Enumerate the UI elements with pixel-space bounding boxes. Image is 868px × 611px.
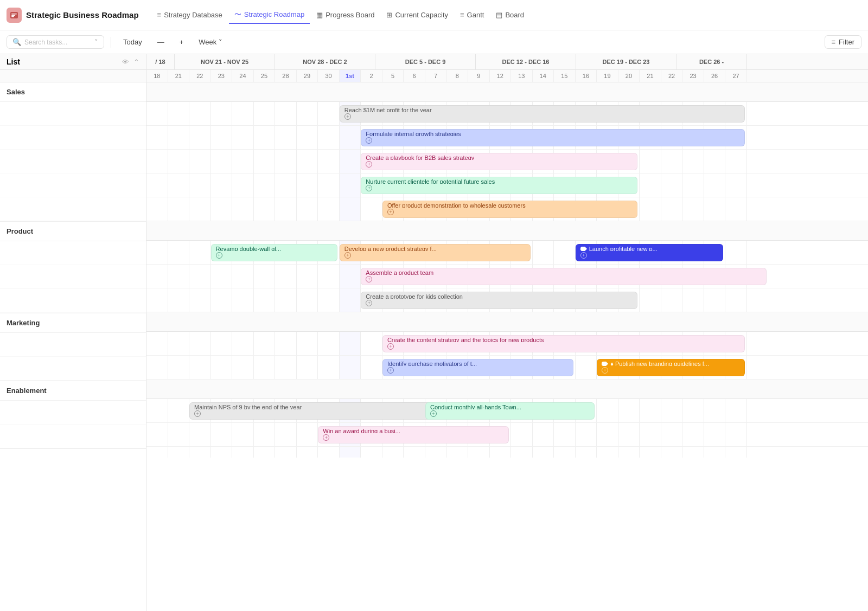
bar-add-bar4[interactable]: +: [366, 185, 372, 191]
day-number-21: 19: [597, 70, 618, 82]
tab-strategy-database[interactable]: ≡ Strategy Database: [152, 8, 228, 22]
label-row-enablement-1: [0, 425, 146, 448]
bar-bar7[interactable]: Develop a new product strategy f...+: [340, 244, 531, 261]
week-header-2: NOV 28 - DEC 2: [275, 54, 375, 69]
day-number-17: 13: [511, 70, 533, 82]
group-label-product: Product: [0, 222, 146, 241]
bar-add-bar3[interactable]: +: [366, 161, 372, 168]
tab-strategic-roadmap[interactable]: 〜 Strategic Roadmap: [229, 7, 310, 24]
app-icon: [7, 8, 22, 23]
day-number-13: 7: [425, 70, 447, 82]
bar-add-bar6[interactable]: +: [216, 252, 222, 259]
board-icon: ▤: [496, 11, 502, 19]
svg-rect-3: [11, 16, 14, 17]
bar-bar1[interactable]: Reach $1M net profit for the year+: [340, 105, 745, 123]
label-row-marketing-0: [0, 333, 146, 357]
tab-gantt[interactable]: ≡ Gantt: [455, 8, 489, 22]
group-label-marketing: Marketing: [0, 313, 146, 333]
day-number-27: 27: [725, 70, 747, 82]
app-title: Strategic Business Roadmap: [26, 10, 139, 20]
tab-board[interactable]: ▤ Board: [490, 8, 529, 22]
list-header: List 👁 ⌃: [0, 54, 146, 69]
bar-bar4[interactable]: Nurture current clientele for potential …: [361, 177, 637, 194]
filter-label: Filter: [839, 38, 854, 46]
week-button[interactable]: Week ˅: [193, 36, 228, 48]
bar-add-bar9[interactable]: +: [366, 276, 372, 282]
bar-add-bar7[interactable]: +: [344, 252, 351, 259]
bar-add-bar1[interactable]: +: [344, 113, 351, 120]
today-button[interactable]: Today: [118, 36, 148, 48]
day-number-18: 14: [533, 70, 554, 82]
hide-icon[interactable]: 👁: [122, 58, 129, 66]
day-number-23: 21: [640, 70, 661, 82]
list-header-icons: 👁 ⌃: [122, 58, 139, 66]
bar-bar14[interactable]: Maintain NPS of 9 by the end of the year…: [189, 402, 444, 420]
plus-button[interactable]: +: [174, 36, 189, 48]
bar-add-bar12[interactable]: +: [387, 367, 394, 374]
week-header-5: DEC 19 - DEC 23: [576, 54, 676, 69]
bar-bar10[interactable]: Create a prototype for kids collection+: [361, 292, 637, 309]
bar-add-bar5[interactable]: +: [387, 209, 394, 215]
bar-bar2[interactable]: Formulate internal growth strategies+: [361, 129, 745, 146]
timeline-group-header-enablement: [146, 380, 868, 399]
bar-bar13[interactable]: ♦ Publish new branding guidelines f...+: [597, 359, 745, 376]
day-number-1: 21: [168, 70, 190, 82]
day-number-2: 22: [189, 70, 211, 82]
current-capacity-icon: ⊞: [386, 11, 392, 19]
bar-add-bar15[interactable]: +: [430, 410, 437, 417]
label-row-enablement-0: [0, 401, 146, 425]
bar-bar3[interactable]: Create a playbook for B2B sales strategy…: [361, 153, 637, 170]
timeline-group-header-product: [146, 221, 868, 241]
bar-bar15[interactable]: Conduct monthly all-hands Town...+: [425, 402, 595, 420]
search-box[interactable]: 🔍 Search tasks... ˅: [7, 35, 104, 49]
day-number-24: 22: [661, 70, 683, 82]
label-row-product-1: [0, 265, 146, 289]
bar-bar8[interactable]: Launch profitable new p...+: [576, 244, 724, 261]
day-number-25: 23: [682, 70, 704, 82]
collapse-icon[interactable]: ⌃: [133, 58, 139, 66]
progress-board-icon: ▦: [316, 11, 323, 19]
tab-progress-board[interactable]: ▦ Progress Board: [311, 8, 380, 22]
minus-button[interactable]: —: [152, 36, 170, 48]
day-numbers-spacer: [0, 70, 146, 82]
bar-add-bar16[interactable]: +: [323, 434, 329, 441]
day-number-3: 23: [211, 70, 233, 82]
list-label: List: [7, 57, 20, 66]
bar-bar9[interactable]: Assemble a product team+: [361, 268, 766, 285]
bar-bar12[interactable]: Identify purchase motivators of t...+: [382, 359, 573, 376]
week-header-0: / 18: [146, 54, 175, 69]
day-number-14: 8: [446, 70, 468, 82]
search-icon: 🔍: [12, 38, 21, 46]
search-dropdown-icon[interactable]: ˅: [94, 38, 98, 46]
label-row-product-0: [0, 241, 146, 265]
timeline-group-header-marketing: [146, 312, 868, 332]
filter-icon: ≡: [832, 38, 836, 46]
week-header-1: NOV 21 - NOV 25: [175, 54, 275, 69]
group-label-sales: Sales: [0, 82, 146, 102]
tab-current-capacity[interactable]: ⊞ Current Capacity: [381, 8, 454, 22]
day-number-16: 12: [490, 70, 512, 82]
bar-add-bar11[interactable]: +: [387, 343, 394, 350]
day-number-6: 28: [275, 70, 297, 82]
bar-bar5[interactable]: Offer product demonstration to wholesale…: [382, 201, 637, 218]
label-row-marketing-1: [0, 357, 146, 381]
day-number-12: 6: [404, 70, 425, 82]
bar-add-bar10[interactable]: +: [366, 300, 372, 306]
day-number-15: 9: [468, 70, 490, 82]
bar-bar16[interactable]: Win an award during a busi...+: [318, 426, 509, 443]
bar-add-bar2[interactable]: +: [366, 137, 372, 144]
bar-add-bar8[interactable]: +: [580, 252, 587, 259]
gantt-container: List 👁 ⌃ / 18NOV 21 - NOV 25NOV 28 - DEC…: [0, 54, 868, 611]
gantt-icon: ≡: [460, 11, 464, 19]
day-numbers: 1821222324252829301st2567891213141516192…: [146, 70, 868, 82]
bar-bar6[interactable]: Revamp double-wall gl...+: [211, 244, 337, 261]
bar-bar11[interactable]: Create the content strategy and the topi…: [382, 335, 745, 352]
search-placeholder: Search tasks...: [24, 38, 67, 46]
bar-add-bar14[interactable]: +: [194, 410, 201, 417]
bar-add-bar13[interactable]: +: [602, 367, 608, 374]
toolbar: 🔍 Search tasks... ˅ Today — + Week ˅ ≡ F…: [0, 30, 868, 54]
week-header-4: DEC 12 - DEC 16: [476, 54, 576, 69]
toolbar-divider-1: [111, 37, 111, 48]
filter-button[interactable]: ≡ Filter: [825, 35, 861, 49]
label-row-sales-1: [0, 126, 146, 150]
